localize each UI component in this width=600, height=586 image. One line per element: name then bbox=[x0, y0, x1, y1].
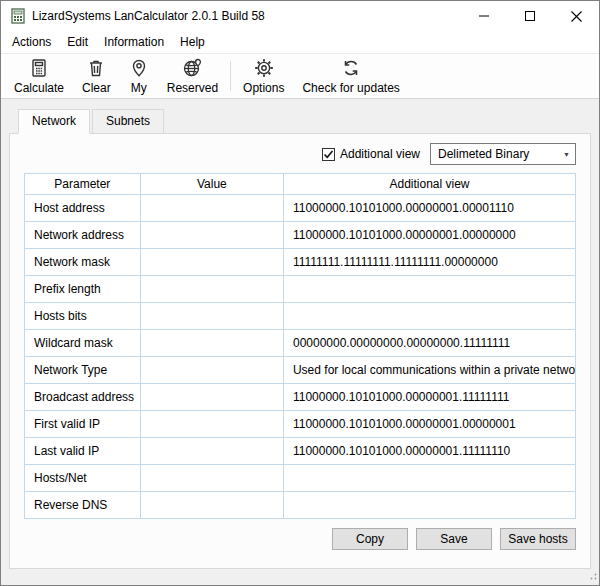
cell-value bbox=[140, 276, 283, 303]
cell-additional: 00000000.00000000.00000000.11111111 bbox=[283, 330, 575, 357]
menu-edit[interactable]: Edit bbox=[59, 31, 96, 53]
cell-additional: 11000000.10101000.00000001.00001110 bbox=[283, 195, 575, 222]
menu-help[interactable]: Help bbox=[172, 31, 213, 53]
cell-parameter: Reverse DNS bbox=[25, 492, 141, 519]
table-row[interactable]: Host address11000000.10101000.00000001.0… bbox=[25, 195, 576, 222]
check-updates-label: Check for updates bbox=[302, 81, 399, 95]
close-icon bbox=[571, 11, 582, 22]
network-tab-panel: Additional view Delimeted Binary ▼ Param… bbox=[9, 133, 591, 569]
cell-additional: 11000000.10101000.00000001.00000000 bbox=[283, 222, 575, 249]
check-updates-button[interactable]: Check for updates bbox=[293, 56, 408, 96]
cell-parameter: Wildcard mask bbox=[25, 330, 141, 357]
minimize-icon bbox=[479, 11, 489, 21]
table-row[interactable]: Reverse DNS bbox=[25, 492, 576, 519]
cell-parameter: Broadcast address bbox=[25, 384, 141, 411]
cell-parameter: Network Type bbox=[25, 357, 141, 384]
table-header-row: Parameter Value Additional view bbox=[25, 174, 576, 195]
app-window: LizardSystems LanCalculator 2.0.1 Build … bbox=[0, 0, 600, 586]
cell-additional: 11111111.11111111.11111111.00000000 bbox=[283, 249, 575, 276]
close-button[interactable] bbox=[553, 1, 599, 31]
cell-value bbox=[140, 492, 283, 519]
titlebar: LizardSystems LanCalculator 2.0.1 Build … bbox=[1, 1, 599, 31]
table-row[interactable]: Prefix length bbox=[25, 276, 576, 303]
copy-button[interactable]: Copy bbox=[332, 528, 408, 550]
my-label: My bbox=[131, 81, 147, 95]
cell-value bbox=[140, 357, 283, 384]
cell-value bbox=[140, 222, 283, 249]
trash-icon bbox=[86, 58, 106, 78]
cell-value bbox=[140, 411, 283, 438]
menubar: Actions Edit Information Help bbox=[1, 31, 599, 53]
options-button[interactable]: Options bbox=[234, 56, 293, 96]
toolbar: Calculate Clear My bbox=[1, 53, 599, 99]
additional-view-checkbox[interactable] bbox=[322, 148, 335, 161]
table-row[interactable]: Hosts bits bbox=[25, 303, 576, 330]
cell-parameter: First valid IP bbox=[25, 411, 141, 438]
calculator-icon bbox=[29, 58, 49, 78]
format-dropdown[interactable]: Delimeted Binary ▼ bbox=[430, 143, 576, 165]
tab-network[interactable]: Network bbox=[18, 109, 90, 134]
menu-actions[interactable]: Actions bbox=[4, 31, 59, 53]
table-row[interactable]: Wildcard mask00000000.00000000.00000000.… bbox=[25, 330, 576, 357]
param-table-body: Host address11000000.10101000.00000001.0… bbox=[25, 195, 576, 519]
view-options-row: Additional view Delimeted Binary ▼ bbox=[24, 142, 576, 166]
table-row[interactable]: Broadcast address11000000.10101000.00000… bbox=[25, 384, 576, 411]
cell-parameter: Last valid IP bbox=[25, 438, 141, 465]
reserved-button[interactable]: Reserved bbox=[158, 56, 227, 96]
footer-buttons: Copy Save Save hosts bbox=[24, 528, 576, 550]
refresh-icon bbox=[341, 58, 361, 78]
cell-additional: Used for local communications within a p… bbox=[283, 357, 575, 384]
chevron-down-icon: ▼ bbox=[563, 151, 570, 158]
reserved-label: Reserved bbox=[167, 81, 218, 95]
save-hosts-button[interactable]: Save hosts bbox=[500, 528, 576, 550]
cell-additional: 11000000.10101000.00000001.11111111 bbox=[283, 384, 575, 411]
table-row[interactable]: Last valid IP11000000.10101000.00000001.… bbox=[25, 438, 576, 465]
app-icon bbox=[10, 8, 26, 24]
tab-strip: Network Subnets bbox=[18, 109, 591, 134]
cell-parameter: Hosts bits bbox=[25, 303, 141, 330]
table-row[interactable]: First valid IP11000000.10101000.00000001… bbox=[25, 411, 576, 438]
table-row[interactable]: Hosts/Net bbox=[25, 465, 576, 492]
cell-additional: 11000000.10101000.00000001.00000001 bbox=[283, 411, 575, 438]
cell-parameter: Hosts/Net bbox=[25, 465, 141, 492]
main-area: Network Subnets Additional view Delimete… bbox=[1, 99, 599, 585]
options-label: Options bbox=[243, 81, 284, 95]
cell-additional: 11000000.10101000.00000001.11111110 bbox=[283, 438, 575, 465]
cell-value bbox=[140, 465, 283, 492]
additional-view-toggle[interactable]: Additional view bbox=[322, 147, 420, 161]
tab-subnets[interactable]: Subnets bbox=[92, 109, 164, 134]
menu-information[interactable]: Information bbox=[96, 31, 172, 53]
calculate-button[interactable]: Calculate bbox=[5, 56, 73, 96]
cell-parameter: Host address bbox=[25, 195, 141, 222]
cell-value bbox=[140, 195, 283, 222]
cell-additional bbox=[283, 303, 575, 330]
my-address-button[interactable]: My bbox=[120, 56, 158, 96]
table-row[interactable]: Network TypeUsed for local communication… bbox=[25, 357, 576, 384]
resize-grip[interactable] bbox=[587, 569, 597, 583]
cell-parameter: Network mask bbox=[25, 249, 141, 276]
minimize-button[interactable] bbox=[461, 1, 507, 31]
save-button[interactable]: Save bbox=[416, 528, 492, 550]
format-dropdown-value: Delimeted Binary bbox=[438, 147, 529, 161]
clear-button[interactable]: Clear bbox=[73, 56, 120, 96]
cell-additional bbox=[283, 492, 575, 519]
window-controls bbox=[461, 1, 599, 31]
cell-parameter: Prefix length bbox=[25, 276, 141, 303]
maximize-icon bbox=[525, 11, 535, 21]
gear-icon bbox=[254, 58, 274, 78]
header-value: Value bbox=[140, 174, 283, 195]
header-parameter: Parameter bbox=[25, 174, 141, 195]
cell-additional bbox=[283, 276, 575, 303]
parameters-table: Parameter Value Additional view Host add… bbox=[24, 173, 576, 519]
globe-pin-icon bbox=[182, 58, 202, 78]
calculate-label: Calculate bbox=[14, 81, 64, 95]
checkmark-icon bbox=[323, 149, 334, 160]
header-additional-view: Additional view bbox=[283, 174, 575, 195]
table-row[interactable]: Network mask11111111.11111111.11111111.0… bbox=[25, 249, 576, 276]
cell-value bbox=[140, 330, 283, 357]
maximize-button[interactable] bbox=[507, 1, 553, 31]
my-address-label-btn: Clear bbox=[82, 81, 111, 95]
location-pin-icon bbox=[129, 58, 149, 78]
table-row[interactable]: Network address11000000.10101000.0000000… bbox=[25, 222, 576, 249]
cell-value bbox=[140, 384, 283, 411]
